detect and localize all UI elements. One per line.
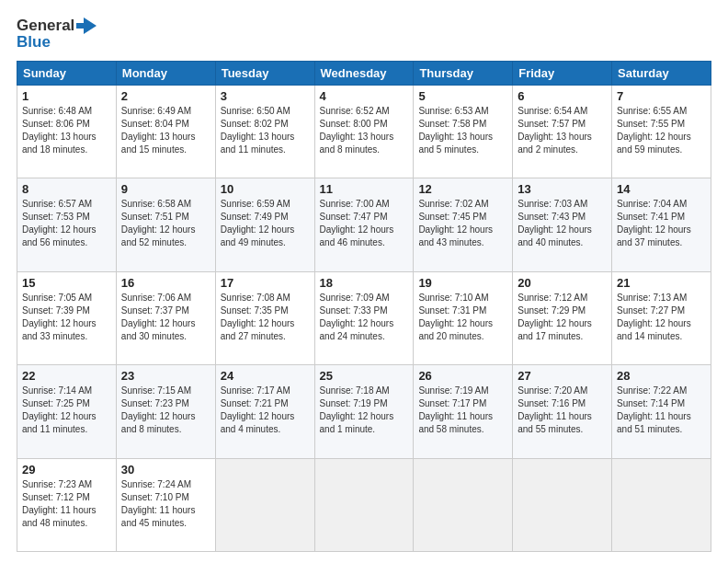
calendar-day-26: 26Sunrise: 7:19 AM Sunset: 7:17 PM Dayli…: [414, 365, 513, 458]
calendar-day-18: 18Sunrise: 7:09 AM Sunset: 7:33 PM Dayli…: [314, 271, 414, 364]
logo-container: General Blue: [17, 17, 97, 52]
day-number: 20: [518, 276, 607, 290]
calendar-day-10: 10Sunrise: 6:59 AM Sunset: 7:49 PM Dayli…: [215, 178, 314, 271]
calendar-week-5: 29Sunrise: 7:23 AM Sunset: 7:12 PM Dayli…: [17, 458, 711, 551]
day-number: 6: [518, 89, 607, 103]
calendar-day-11: 11Sunrise: 7:00 AM Sunset: 7:47 PM Dayli…: [314, 178, 414, 271]
day-number: 25: [320, 369, 409, 383]
day-number: 11: [320, 182, 409, 196]
day-number: 26: [418, 369, 507, 383]
day-detail: Sunrise: 7:14 AM Sunset: 7:25 PM Dayligh…: [22, 385, 111, 436]
day-number: 3: [221, 89, 310, 103]
day-number: 4: [320, 89, 409, 103]
day-detail: Sunrise: 7:12 AM Sunset: 7:29 PM Dayligh…: [518, 292, 607, 343]
page-header: General Blue: [17, 17, 711, 52]
calendar-table: SundayMondayTuesdayWednesdayThursdayFrid…: [17, 61, 711, 552]
day-detail: Sunrise: 6:49 AM Sunset: 8:04 PM Dayligh…: [121, 105, 210, 156]
calendar-day-19: 19Sunrise: 7:10 AM Sunset: 7:31 PM Dayli…: [414, 271, 513, 364]
day-number: 22: [22, 369, 111, 383]
column-header-sunday: Sunday: [17, 62, 117, 86]
day-detail: Sunrise: 6:53 AM Sunset: 7:58 PM Dayligh…: [418, 105, 507, 156]
day-detail: Sunrise: 7:03 AM Sunset: 7:43 PM Dayligh…: [518, 198, 607, 249]
day-number: 13: [518, 182, 607, 196]
day-detail: Sunrise: 6:58 AM Sunset: 7:51 PM Dayligh…: [121, 198, 210, 249]
day-number: 10: [221, 182, 310, 196]
calendar-day-4: 4Sunrise: 6:52 AM Sunset: 8:00 PM Daylig…: [314, 86, 414, 178]
day-detail: Sunrise: 7:10 AM Sunset: 7:31 PM Dayligh…: [418, 292, 507, 343]
calendar-week-3: 15Sunrise: 7:05 AM Sunset: 7:39 PM Dayli…: [17, 271, 711, 364]
day-detail: Sunrise: 7:15 AM Sunset: 7:23 PM Dayligh…: [121, 385, 210, 436]
calendar-day-empty: [414, 458, 513, 551]
day-detail: Sunrise: 7:05 AM Sunset: 7:39 PM Dayligh…: [22, 292, 111, 343]
calendar-day-7: 7Sunrise: 6:55 AM Sunset: 7:55 PM Daylig…: [612, 86, 711, 178]
calendar-day-6: 6Sunrise: 6:54 AM Sunset: 7:57 PM Daylig…: [513, 86, 612, 178]
day-number: 21: [617, 276, 706, 290]
calendar-day-8: 8Sunrise: 6:57 AM Sunset: 7:53 PM Daylig…: [17, 178, 117, 271]
day-number: 2: [121, 89, 210, 103]
day-detail: Sunrise: 7:02 AM Sunset: 7:45 PM Dayligh…: [418, 198, 507, 249]
column-header-tuesday: Tuesday: [215, 62, 314, 86]
day-number: 30: [121, 463, 210, 477]
calendar-day-9: 9Sunrise: 6:58 AM Sunset: 7:51 PM Daylig…: [116, 178, 215, 271]
calendar: SundayMondayTuesdayWednesdayThursdayFrid…: [17, 61, 711, 552]
calendar-day-empty: [612, 458, 711, 551]
column-header-monday: Monday: [116, 62, 215, 86]
day-detail: Sunrise: 7:20 AM Sunset: 7:16 PM Dayligh…: [518, 385, 607, 436]
day-detail: Sunrise: 6:57 AM Sunset: 7:53 PM Dayligh…: [22, 198, 111, 249]
calendar-day-27: 27Sunrise: 7:20 AM Sunset: 7:16 PM Dayli…: [513, 365, 612, 458]
day-detail: Sunrise: 7:09 AM Sunset: 7:33 PM Dayligh…: [320, 292, 409, 343]
calendar-day-22: 22Sunrise: 7:14 AM Sunset: 7:25 PM Dayli…: [17, 365, 117, 458]
calendar-week-2: 8Sunrise: 6:57 AM Sunset: 7:53 PM Daylig…: [17, 178, 711, 271]
day-detail: Sunrise: 6:55 AM Sunset: 7:55 PM Dayligh…: [617, 105, 706, 156]
day-number: 9: [121, 182, 210, 196]
svg-marker-0: [76, 17, 97, 34]
day-detail: Sunrise: 6:54 AM Sunset: 7:57 PM Dayligh…: [518, 105, 607, 156]
calendar-day-15: 15Sunrise: 7:05 AM Sunset: 7:39 PM Dayli…: [17, 271, 117, 364]
day-number: 12: [418, 182, 507, 196]
day-number: 19: [418, 276, 507, 290]
calendar-day-25: 25Sunrise: 7:18 AM Sunset: 7:19 PM Dayli…: [314, 365, 414, 458]
day-detail: Sunrise: 7:17 AM Sunset: 7:21 PM Dayligh…: [221, 385, 310, 436]
calendar-day-14: 14Sunrise: 7:04 AM Sunset: 7:41 PM Dayli…: [612, 178, 711, 271]
calendar-day-empty: [215, 458, 314, 551]
column-header-friday: Friday: [513, 62, 612, 86]
day-detail: Sunrise: 7:18 AM Sunset: 7:19 PM Dayligh…: [320, 385, 409, 436]
calendar-day-20: 20Sunrise: 7:12 AM Sunset: 7:29 PM Dayli…: [513, 271, 612, 364]
calendar-day-30: 30Sunrise: 7:24 AM Sunset: 7:10 PM Dayli…: [116, 458, 215, 551]
column-header-saturday: Saturday: [612, 62, 711, 86]
day-number: 8: [22, 182, 111, 196]
day-number: 15: [22, 276, 111, 290]
day-detail: Sunrise: 7:08 AM Sunset: 7:35 PM Dayligh…: [221, 292, 310, 343]
day-detail: Sunrise: 7:04 AM Sunset: 7:41 PM Dayligh…: [617, 198, 706, 249]
calendar-day-16: 16Sunrise: 7:06 AM Sunset: 7:37 PM Dayli…: [116, 271, 215, 364]
logo-general: General: [17, 17, 74, 35]
calendar-day-29: 29Sunrise: 7:23 AM Sunset: 7:12 PM Dayli…: [17, 458, 117, 551]
logo-arrow-icon: [76, 17, 97, 34]
day-number: 16: [121, 276, 210, 290]
day-detail: Sunrise: 6:52 AM Sunset: 8:00 PM Dayligh…: [320, 105, 409, 156]
calendar-day-5: 5Sunrise: 6:53 AM Sunset: 7:58 PM Daylig…: [414, 86, 513, 178]
calendar-day-2: 2Sunrise: 6:49 AM Sunset: 8:04 PM Daylig…: [116, 86, 215, 178]
day-detail: Sunrise: 6:48 AM Sunset: 8:06 PM Dayligh…: [22, 105, 111, 156]
day-number: 23: [121, 369, 210, 383]
column-header-wednesday: Wednesday: [314, 62, 414, 86]
calendar-day-12: 12Sunrise: 7:02 AM Sunset: 7:45 PM Dayli…: [414, 178, 513, 271]
day-number: 17: [221, 276, 310, 290]
day-detail: Sunrise: 6:50 AM Sunset: 8:02 PM Dayligh…: [221, 105, 310, 156]
day-detail: Sunrise: 7:19 AM Sunset: 7:17 PM Dayligh…: [418, 385, 507, 436]
calendar-day-empty: [513, 458, 612, 551]
day-number: 18: [320, 276, 409, 290]
day-number: 24: [221, 369, 310, 383]
calendar-day-13: 13Sunrise: 7:03 AM Sunset: 7:43 PM Dayli…: [513, 178, 612, 271]
day-number: 14: [617, 182, 706, 196]
day-number: 5: [418, 89, 507, 103]
day-detail: Sunrise: 7:23 AM Sunset: 7:12 PM Dayligh…: [22, 478, 111, 530]
logo-blue: Blue: [17, 33, 51, 52]
day-detail: Sunrise: 7:13 AM Sunset: 7:27 PM Dayligh…: [617, 292, 706, 343]
calendar-day-28: 28Sunrise: 7:22 AM Sunset: 7:14 PM Dayli…: [612, 365, 711, 458]
calendar-day-23: 23Sunrise: 7:15 AM Sunset: 7:23 PM Dayli…: [116, 365, 215, 458]
day-detail: Sunrise: 7:22 AM Sunset: 7:14 PM Dayligh…: [617, 385, 706, 436]
calendar-day-empty: [314, 458, 414, 551]
calendar-day-1: 1Sunrise: 6:48 AM Sunset: 8:06 PM Daylig…: [17, 86, 117, 178]
day-detail: Sunrise: 7:24 AM Sunset: 7:10 PM Dayligh…: [121, 478, 210, 530]
